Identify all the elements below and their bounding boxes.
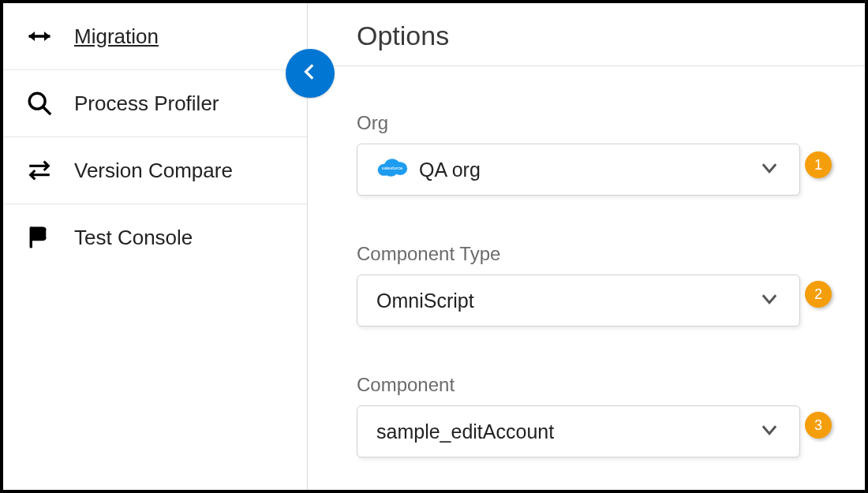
field-label-component-type: Component Type: [357, 243, 830, 265]
salesforce-cloud-icon: salesforce: [376, 156, 408, 183]
field-component-type: Component Type OmniScript 2: [357, 243, 830, 327]
sidebar-item-test-console[interactable]: Test Console: [3, 204, 307, 271]
svg-line-4: [43, 107, 51, 115]
migration-icon: [25, 22, 54, 50]
sidebar-item-label: Process Profiler: [74, 92, 219, 116]
component-type-dropdown-value: OmniScript: [376, 289, 474, 312]
sidebar: Migration Process Profiler Version C: [3, 3, 308, 490]
annotation-badge-1: 1: [805, 151, 832, 178]
field-org: Org salesforce QA org: [357, 112, 830, 196]
page-title: Options: [357, 21, 830, 51]
org-dropdown[interactable]: salesforce QA org: [357, 144, 800, 196]
swap-icon: [25, 156, 54, 185]
field-component: Component sample_editAccount 3: [357, 374, 830, 458]
sidebar-item-process-profiler[interactable]: Process Profiler: [3, 70, 307, 137]
sidebar-item-label: Version Compare: [74, 159, 233, 183]
component-dropdown[interactable]: sample_editAccount: [357, 405, 800, 458]
svg-text:salesforce: salesforce: [382, 166, 403, 170]
sidebar-item-migration[interactable]: Migration: [3, 3, 307, 70]
sidebar-item-label: Test Console: [74, 226, 193, 250]
annotation-badge-3: 3: [805, 412, 832, 439]
svg-marker-2: [44, 32, 51, 41]
component-type-dropdown[interactable]: OmniScript: [357, 275, 800, 327]
chevron-down-icon: [758, 157, 780, 182]
search-icon: [25, 89, 54, 118]
divider: [308, 65, 865, 66]
annotation-badge-2: 2: [805, 281, 832, 308]
app-frame: Migration Process Profiler Version C: [0, 0, 868, 493]
chevron-left-icon: [300, 62, 320, 85]
org-dropdown-value: salesforce QA org: [376, 156, 481, 183]
field-label-org: Org: [357, 112, 830, 134]
flag-icon: [25, 223, 54, 252]
collapse-sidebar-button[interactable]: [286, 49, 335, 98]
main-panel: Options Org salesforce QA org: [308, 3, 865, 490]
sidebar-item-label: Migration: [74, 24, 159, 49]
svg-point-3: [29, 93, 45, 109]
chevron-down-icon: [758, 419, 780, 444]
chevron-down-icon: [758, 288, 780, 313]
component-dropdown-value: sample_editAccount: [376, 420, 554, 443]
field-label-component: Component: [357, 374, 830, 396]
svg-marker-1: [29, 32, 36, 41]
sidebar-item-version-compare[interactable]: Version Compare: [3, 137, 307, 204]
